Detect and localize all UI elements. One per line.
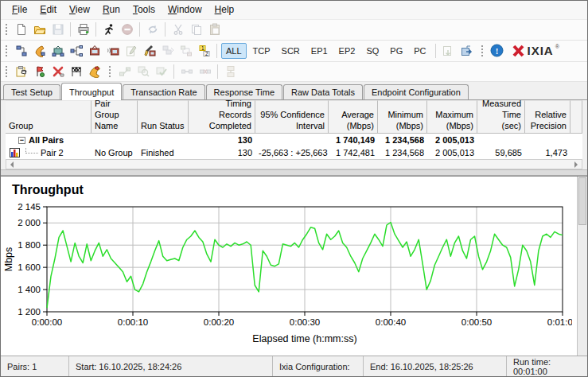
col-header-group[interactable]: Group: [6, 100, 92, 134]
collapse-toggle-icon[interactable]: −: [18, 137, 25, 144]
menu-tools[interactable]: Tools: [127, 2, 162, 17]
pair-chart-icon: [10, 148, 20, 157]
table-row-pair2[interactable]: Pair 2 No Group Finished 130 -25,663 : +…: [6, 146, 582, 159]
tab-endpoint-configuration[interactable]: Endpoint Configuration: [364, 84, 469, 99]
tab-raw-data-totals[interactable]: Raw Data Totals: [283, 84, 363, 99]
throughput-chart-panel: Throughput 2 1452 0001 8001 6001 4001 20…: [1, 176, 587, 356]
start-wizard-icon[interactable]: [30, 63, 49, 80]
view-button-pg[interactable]: PG: [385, 43, 407, 59]
tab-transaction-rate[interactable]: Transaction Rate: [123, 84, 204, 99]
table-header-row: Group Pair Group Name Run Status Timing …: [6, 100, 582, 134]
add-pair-icon[interactable]: [12, 42, 30, 60]
col-header-confidence-interval[interactable]: 95% Confidence Interval: [255, 100, 329, 134]
add-vod-pair-icon[interactable]: [103, 42, 122, 60]
toolbar-run: [1, 62, 587, 83]
pane-splitter[interactable]: [1, 169, 587, 176]
view-button-scr[interactable]: SCR: [277, 43, 305, 59]
svg-text:Elapsed time (h:mm:ss): Elapsed time (h:mm:ss): [252, 333, 356, 344]
edit-run-options-icon[interactable]: [140, 42, 158, 60]
col-header-relative-precision[interactable]: Relative Precision: [525, 100, 570, 134]
add-video-pair-icon[interactable]: [85, 42, 103, 60]
print-icon[interactable]: [74, 21, 92, 38]
scrollbar-thumb[interactable]: [578, 177, 586, 225]
scroll-right-icon[interactable]: [574, 161, 581, 168]
tree-branch-icon: [25, 148, 38, 154]
edit-pair-icon: [122, 42, 140, 60]
col-header-measured-time[interactable]: Measured Time (sec): [477, 100, 525, 134]
col-header-pair-group-name[interactable]: Pair Group Name: [92, 100, 138, 134]
col-header-timing-records[interactable]: Timing Records Completed: [189, 100, 255, 134]
toolbar-separator: [216, 44, 217, 58]
svg-text:0:00:00: 0:00:00: [32, 317, 62, 327]
menu-edit[interactable]: Edit: [33, 2, 63, 17]
tab-throughput[interactable]: Throughput: [61, 83, 122, 100]
toolbar-separator: [70, 22, 71, 37]
menu-file[interactable]: File: [6, 2, 33, 17]
run-test-icon[interactable]: [99, 21, 118, 38]
results-table: Group Pair Group Name Run Status Timing …: [1, 100, 587, 159]
toolbar-grip[interactable]: [5, 45, 8, 57]
view-button-pc[interactable]: PC: [409, 43, 430, 59]
export-results-icon[interactable]: [458, 42, 476, 60]
toolbar-separator: [173, 64, 174, 79]
svg-text:Mbps: Mbps: [3, 247, 14, 272]
pair2-maximum: 2 005,013: [427, 148, 477, 157]
view-button-ep2[interactable]: EP2: [334, 43, 360, 59]
chart-vertical-scrollbar[interactable]: [577, 177, 587, 356]
col-header-average[interactable]: Average (Mbps): [329, 100, 378, 134]
tab-test-setup[interactable]: Test Setup: [3, 84, 60, 99]
svg-text:1 600: 1 600: [18, 262, 41, 272]
col-header-minimum[interactable]: Minimum (Mbps): [378, 100, 427, 134]
table-horizontal-scrollbar[interactable]: [6, 159, 582, 169]
view-button-ep1[interactable]: EP1: [306, 43, 333, 59]
new-test-icon[interactable]: [12, 21, 30, 38]
pair2-average: 1 742,481: [329, 148, 378, 157]
stop-test-icon: [118, 21, 136, 38]
svg-text:0:00:50: 0:00:50: [461, 317, 492, 327]
dial-endpoint-icon[interactable]: [85, 63, 103, 80]
tab-response-time[interactable]: Response Time: [206, 84, 282, 99]
toolbar-grip[interactable]: [481, 45, 484, 57]
compare-results-icon[interactable]: [67, 63, 85, 80]
test-setup-clipboard-icon[interactable]: [12, 63, 30, 80]
ixia-logo-trademark: ®: [555, 44, 559, 49]
add-pair-tree-icon[interactable]: [67, 42, 85, 60]
toolbar-separator: [139, 22, 140, 37]
menu-run[interactable]: Run: [96, 2, 127, 17]
view-button-all[interactable]: ALL: [221, 43, 247, 59]
add-multicast-group-icon[interactable]: [49, 42, 67, 60]
col-header-maximum[interactable]: Maximum (Mbps): [427, 100, 477, 134]
svg-text:0:01:00: 0:01:00: [547, 317, 572, 327]
view-button-sq[interactable]: SQ: [361, 43, 384, 59]
svg-text:1: 1: [201, 45, 204, 50]
table-row-all-pairs[interactable]: − All Pairs 130 1 740,149 1 234,568 2 00…: [6, 134, 582, 146]
abort-test-icon[interactable]: [49, 63, 67, 80]
verify-endpoint-icon: [152, 63, 170, 80]
swap-endpoints-icon: [177, 42, 195, 60]
toolbar-separator: [95, 22, 96, 37]
app-window: File Edit View Run Tools Window Help: [0, 0, 588, 377]
menu-view[interactable]: View: [63, 2, 96, 17]
svg-text:2 145: 2 145: [18, 202, 41, 212]
add-voip-pair-icon[interactable]: [30, 42, 49, 60]
menu-help[interactable]: Help: [208, 2, 241, 17]
toolbar-grip[interactable]: [5, 23, 8, 36]
about-info-icon[interactable]: !: [488, 42, 506, 60]
svg-text:0:00:30: 0:00:30: [290, 317, 320, 327]
view-button-tcp[interactable]: TCP: [248, 43, 275, 59]
toolbar-grip[interactable]: [5, 65, 8, 78]
scroll-left-icon[interactable]: [7, 161, 14, 168]
svg-text:!: !: [495, 46, 498, 56]
menu-window[interactable]: Window: [162, 2, 208, 17]
throughput-chart[interactable]: 2 1452 0001 8001 6001 4001 2000:00:000:0…: [1, 199, 572, 348]
pair2-relative-precision: 1,473: [525, 148, 570, 157]
menu-bar: File Edit View Run Tools Window Help: [1, 1, 587, 20]
open-test-icon[interactable]: [30, 21, 49, 38]
col-header-run-status[interactable]: Run Status: [138, 100, 189, 134]
status-run-time: Run time: 00:01:00: [507, 356, 587, 376]
svg-text:1 400: 1 400: [18, 285, 41, 294]
toolbar-grip[interactable]: [108, 65, 111, 78]
toolbar-file: [1, 20, 587, 41]
copy-icon: [187, 21, 205, 38]
renumber-pairs-icon[interactable]: 12: [195, 42, 213, 60]
